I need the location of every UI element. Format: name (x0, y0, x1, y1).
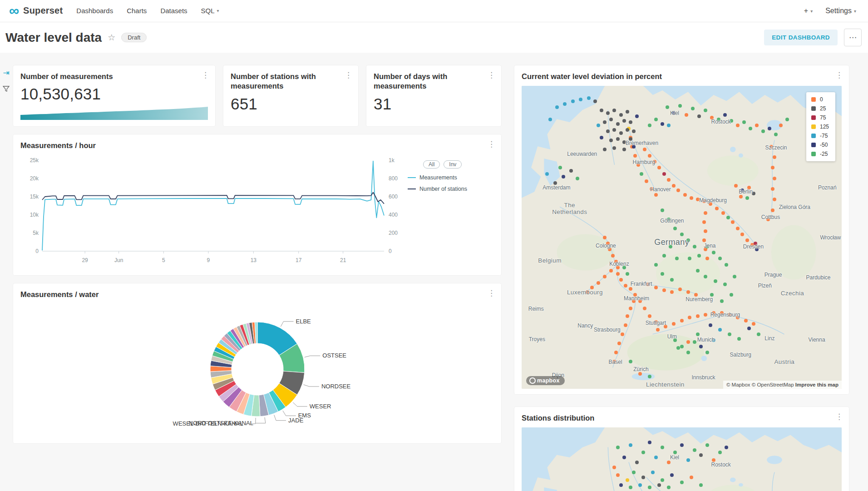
map-city-label: Ulm (667, 333, 677, 340)
map-city-label: Basel (609, 359, 622, 365)
map-legend-item[interactable]: 0 (811, 96, 829, 103)
dashboard-header-left: Water level data ☆ Draft (5, 30, 147, 45)
station-dot (616, 272, 620, 276)
kebab-menu-icon[interactable]: ⋮ (488, 140, 495, 148)
map-city-label: Cottbus (761, 214, 780, 220)
station-dot (612, 128, 616, 132)
map-legend-item[interactable]: 75 (811, 114, 829, 121)
map-legend-item[interactable]: -75 (811, 133, 829, 139)
kebab-menu-icon[interactable]: ⋮ (488, 71, 495, 79)
station-dot (728, 332, 731, 336)
kebab-menu-icon[interactable]: ⋮ (202, 71, 209, 79)
station-dot (740, 233, 744, 236)
improve-map-link[interactable]: Improve this map (795, 382, 838, 387)
station-dot (672, 184, 676, 188)
favorite-star-icon[interactable]: ☆ (108, 32, 115, 43)
stations-map[interactable]: KielRostock (522, 427, 842, 491)
nav-dashboards[interactable]: Dashboards (76, 7, 113, 15)
map-city-label: Regensburg (710, 312, 740, 318)
station-dot (696, 314, 700, 318)
map-legend-item[interactable]: 25 (811, 105, 829, 112)
legend-label: 125 (820, 124, 829, 130)
station-dot (662, 172, 666, 176)
station-dot (597, 281, 600, 285)
station-dot (587, 96, 591, 100)
map-city-label: Linz (764, 335, 774, 342)
station-dot (619, 278, 623, 282)
map-city-label: Troyes (529, 336, 545, 342)
deviation-map[interactable]: GermanyThe NetherlandsBelgiumLuxembourgC… (522, 86, 842, 389)
expand-filter-bar-icon[interactable]: ⇥ (3, 68, 9, 78)
station-dot (685, 113, 688, 117)
station-dot (619, 131, 623, 135)
station-dot (744, 319, 748, 322)
svg-text:21: 21 (340, 257, 346, 263)
kebab-menu-icon[interactable]: ⋮ (835, 71, 843, 79)
donut-chart: ELBEOSTSEENORDSEEWESEREMSJADENORD-OSTSEE… (20, 301, 494, 434)
nav-charts[interactable]: Charts (127, 7, 147, 15)
more-actions-button[interactable]: ⋯ (844, 29, 862, 46)
map-city-label: Szczecin (765, 144, 787, 151)
superset-logo[interactable]: ∞ Superset (9, 5, 63, 17)
station-dot (718, 257, 722, 260)
station-dot (657, 483, 661, 487)
measurements-hour-chart-card: Measurements / hour ⋮ 05k10k15k20k25k020… (13, 134, 501, 275)
legend-all-button[interactable]: All (423, 160, 440, 169)
station-dot (699, 345, 703, 348)
legend-swatch-icon (811, 143, 816, 147)
station-dot (629, 287, 632, 291)
station-dot (670, 278, 674, 282)
kebab-menu-icon[interactable]: ⋮ (835, 413, 843, 421)
legend-item[interactable]: Measurements (408, 174, 492, 181)
map-city-label: Nuremberg (686, 296, 713, 303)
station-dot (667, 124, 671, 127)
settings-menu[interactable]: Settings▾ (825, 7, 856, 15)
nav-datasets[interactable]: Datasets (160, 7, 187, 15)
station-dot (785, 118, 789, 121)
brand-name: Superset (23, 5, 63, 16)
station-dot (648, 375, 651, 378)
station-dot (624, 284, 627, 288)
station-dot (619, 483, 623, 487)
line-chart-legend: All Inv MeasurementsNumber of stations (408, 154, 492, 192)
station-dot (629, 443, 632, 447)
map-legend-item[interactable]: 125 (811, 124, 829, 130)
map-city-label: Strasbourg (594, 327, 621, 333)
filter-rail: ⇥ (0, 68, 12, 92)
station-dot (661, 478, 664, 482)
station-dot (690, 476, 693, 479)
map-country-label: Liechtenstein (646, 381, 681, 388)
legend-item[interactable]: Number of stations (408, 186, 492, 192)
filter-icon[interactable] (3, 85, 10, 92)
map-legend-item[interactable]: -50 (811, 142, 829, 148)
measurements-water-chart-card: Measurements / water ⋮ ELBEOSTSEENORDSEE… (13, 283, 501, 443)
station-dot (731, 220, 735, 224)
map-city-label: Jena (704, 243, 716, 249)
map-city-label: Wrocław (820, 234, 841, 241)
station-dot (629, 120, 632, 124)
station-dot (648, 154, 651, 158)
edit-dashboard-button[interactable]: EDIT DASHBOARD (764, 30, 838, 45)
station-dot (714, 279, 717, 283)
map-country-label: Luxembourg (567, 288, 602, 295)
legend-label: -50 (820, 142, 828, 148)
map-city-label: Zürich (633, 366, 648, 372)
station-dot (629, 486, 632, 489)
legend-inv-button[interactable]: Inv (444, 160, 462, 169)
map-legend-item[interactable]: -25 (811, 151, 829, 157)
map-country-label: Germany (654, 237, 689, 247)
station-dot (667, 486, 671, 489)
station-dot (661, 446, 664, 449)
station-dot (548, 118, 552, 121)
station-dot (626, 314, 629, 318)
station-dot (752, 322, 755, 326)
mapbox-logo[interactable]: mapbox (526, 376, 565, 385)
station-dot (563, 102, 567, 106)
kebab-menu-icon[interactable]: ⋮ (345, 71, 352, 79)
nav-sql[interactable]: SQL▾ (201, 7, 219, 15)
superset-app: ∞ Superset Dashboards Charts Datasets SQ… (0, 0, 868, 491)
kebab-menu-icon[interactable]: ⋮ (488, 289, 495, 297)
station-dot (693, 448, 696, 452)
new-item-button[interactable]: +▾ (804, 7, 813, 15)
station-dot (686, 458, 690, 462)
